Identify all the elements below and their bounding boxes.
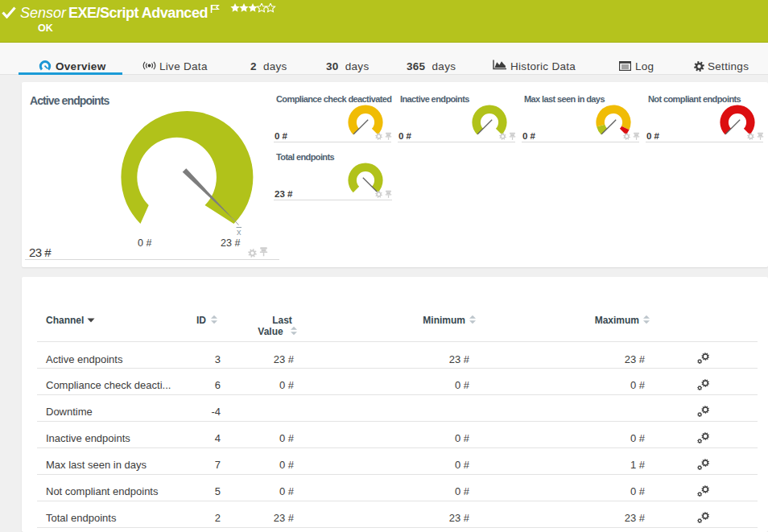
svg-text:x: x — [237, 227, 242, 237]
